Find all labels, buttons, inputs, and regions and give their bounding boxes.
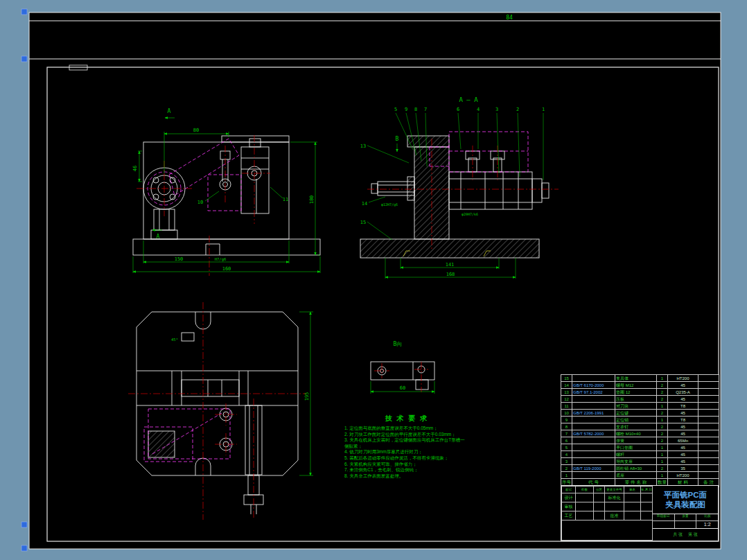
bom-cell-qty: 2 [657,382,668,389]
label-scale: 比例 [696,514,718,521]
empty-cell [605,502,624,511]
bom-cell-no: 14 [561,382,572,389]
bom-cell-qty: 2 [657,410,668,417]
bom-cell-qty: 1 [657,403,668,410]
cad-viewport[interactable]: 84 [0,0,747,560]
bom-cell-code [572,472,615,479]
dim-45deg: 45° [171,338,178,342]
bom-row: 1底座1HT200 [561,472,719,479]
balloon-11: 11 [283,197,288,202]
revision-header-row: 标记 处数 分区 更改文件号 签名 年.月.日 [562,487,653,493]
label-design: 设计 [562,493,576,502]
bom-cell-qty: 2 [657,396,668,403]
label-date: 年.月.日 [641,487,653,493]
grip-handle[interactable] [21,56,27,62]
empty-cell [624,502,641,511]
selection-grips[interactable] [21,9,27,551]
tech-item: 8. 夹具非工作表面发蓝处理。 [344,473,469,480]
label-signature: 签名 [624,487,641,493]
bom-cell-code [572,444,615,451]
bom-cell-note [698,403,719,410]
tech-requirements-title: 技 术 要 求 [344,414,469,423]
bom-cell-no: 5 [561,444,572,451]
balloon-7: 7 [424,107,427,112]
balloon-6: 6 [457,107,459,112]
empty-cell [641,502,653,511]
bom-cell-name: 定位销 [615,417,657,423]
bom-cell-name: 螺母 M12 [615,382,657,389]
sheet-top-dimension: 84 [506,15,513,21]
bom-cell-name: 螺栓 M10×40 [615,430,657,437]
label-weight: 质量 [675,514,696,521]
bom-cell-name: 导向支座 [615,458,657,465]
bom-cell-note [698,410,719,417]
bom-cell-mat: 35 [668,465,698,472]
bom-cell-no: 15 [561,375,572,382]
dim-168: 168 [446,272,455,277]
bom-cell-code: GB/T 5782-2000 [572,430,615,437]
bom-cell-code [572,458,615,465]
dim-180: 180 [309,195,315,204]
bom-row: 14GB/T 6170-2000螺母 M12245 [561,382,719,389]
dim-150: 150 [175,256,184,262]
bom-row: 13GB/T 97.1-2002垫圈 122Q235-A [561,389,719,396]
dim-141: 141 [446,262,455,268]
tech-item: 4. 铣刀对刀时用3mm厚塞尺进行对刀； [344,449,469,455]
bom-row: 6弹簧265Mn [561,437,719,444]
tech-requirements-list: 1. 定位面与底面的垂直度误差不大于0.05mm；2. 对刀块工作面对定位面的平… [344,426,469,479]
sheet-count: 共 张 第 张 [653,529,718,541]
bom-cell-code: GB/T 119-2000 [572,465,615,472]
balloon-10: 10 [197,200,203,205]
dim-80: 80 [193,128,199,133]
bom-cell-no: 2 [561,465,572,472]
dim-195: 195 [304,392,310,401]
bom-cell-qty: 1 [657,375,668,382]
label-approve: 批准 [605,511,624,520]
grip-handle[interactable] [21,545,27,551]
label-process: 工艺 [562,511,576,520]
check-row: 审核 [562,502,653,511]
bom-cell-code [572,451,615,458]
grip-handle[interactable] [21,522,27,527]
bom-cell-qty: 1 [657,451,668,458]
balloon-8: 8 [414,107,417,112]
tech-item: 2. 对刀块工作面对定位面的平行度误差不大于0.03mm； [344,432,469,438]
tech-item: 5. 装配后各运动零件应动作灵活，不得有卡滞现象； [344,455,469,462]
balloon-15: 15 [360,220,366,225]
bom-cell-note [698,472,719,479]
section-label: A — A [459,96,478,103]
tech-item: 3. 夹具在机床上安装时，定位键侧面应与机床工作台T形槽一侧贴紧； [344,437,469,449]
bom-cell-no: 11 [561,403,572,410]
bom-row: 2GB/T 119-2000圆柱销 A8×30235 [561,465,719,472]
bom-cell-code: GB/T 6170-2000 [572,382,615,389]
bom-cell-mat: 65Mn [668,437,698,444]
fit-annotation-1: φ12H7/g6 [381,202,398,207]
bom-cell-no: 3 [561,458,572,465]
bom-row: 11对刀块1T8 [561,403,719,410]
bom-cell-note [698,375,719,382]
bom-cell-no: 12 [561,396,572,403]
bom-cell-code [572,437,615,444]
empty-cell [594,511,605,520]
title-block-right: 平面铣PC面 夹具装配图 阶段标记 质量 比例 1:2 共 张 第 张 [653,486,718,541]
balloon-2: 2 [516,107,519,112]
bom-cell-name: 支承钉 [615,423,657,430]
bom-cell-note [698,451,719,458]
bom-row: 4螺杆145 [561,451,719,458]
bom-cell-mat: T8 [668,417,698,423]
bom-cell-mat: HT200 [668,375,698,382]
bom-cell-code [572,375,615,382]
label-standard: 标准化 [605,493,624,502]
fit-annotation: H7/g6 [215,257,227,262]
bom-cell-name: 夹具体 [615,375,657,382]
balloon-1: 1 [542,107,545,112]
bom-row: 10GB/T 2206-1991定位键245 [561,410,719,417]
balloon-14: 14 [362,201,367,207]
bom-cell-no: 8 [561,423,572,430]
grip-handle[interactable] [21,9,27,15]
bom-cell-name: 螺杆 [615,451,657,458]
empty-cell [562,520,653,541]
bom-cell-qty: 1 [657,458,668,465]
bom-cell-code [572,396,615,403]
stage-field: 阶段标记 [653,514,675,528]
